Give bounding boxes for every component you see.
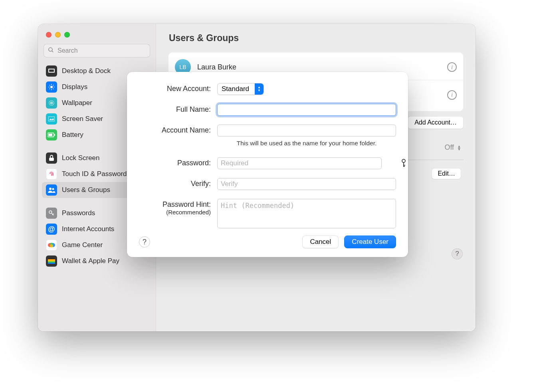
svg-rect-2 [48,69,55,73]
info-icon[interactable]: i [447,90,457,100]
at-icon: @ [46,224,57,235]
svg-rect-28 [48,259,55,260]
svg-point-22 [49,211,52,214]
full-name-label: Full Name: [139,104,211,114]
account-type-popup[interactable]: Standard ▲▼ [217,83,264,95]
help-icon[interactable]: ? [452,248,463,259]
displays-icon [46,81,57,93]
svg-rect-18 [48,134,52,136]
svg-point-32 [402,159,405,162]
svg-rect-30 [48,261,55,263]
svg-line-1 [52,51,53,52]
svg-line-10 [53,89,54,89]
help-icon[interactable]: ? [139,236,150,247]
battery-icon [46,129,57,141]
sidebar-item-label: Users & Groups [62,186,110,194]
svg-point-0 [49,48,52,51]
fingerprint-icon [46,168,57,180]
chevron-updown-icon: ▲▼ [457,145,461,150]
svg-rect-16 [48,133,54,137]
hint-sublabel: (Recommended) [139,209,211,216]
svg-point-25 [50,243,53,246]
svg-rect-15 [48,117,55,121]
sidebar-item-label: Desktop & Dock [62,67,111,75]
create-user-button[interactable]: Create User [344,236,396,248]
password-label: Password: [139,157,211,167]
wallpaper-icon [46,97,57,109]
auto-login-value: Off [444,143,454,152]
svg-rect-3 [49,69,54,72]
svg-rect-31 [48,263,55,264]
svg-point-26 [50,244,53,247]
svg-rect-17 [54,134,55,136]
sidebar-item-label: Touch ID & Password [62,170,127,178]
search-input[interactable] [44,44,150,57]
verify-label: Verify: [139,178,211,188]
svg-point-23 [48,243,52,247]
svg-line-12 [53,85,54,86]
sidebar-item-label: Passwords [62,209,95,217]
info-icon[interactable]: i [447,62,457,72]
search-icon [48,47,54,55]
cancel-button[interactable]: Cancel [302,236,339,248]
create-user-sheet: New Account: Standard ▲▼ Full Name: Acco… [127,72,408,257]
edit-button[interactable]: Edit… [432,168,461,179]
sidebar-item-label: Displays [62,83,87,91]
user-name: Laura Burke [197,63,236,71]
svg-point-20 [49,188,52,190]
page-title: Users & Groups [169,33,464,44]
sidebar-item-label: Internet Accounts [62,225,114,233]
sidebar-item-label: Wallet & Apple Pay [62,257,119,265]
key-icon[interactable] [400,158,410,169]
svg-point-14 [49,101,54,105]
sidebar-item-label: Battery [62,131,83,139]
svg-rect-19 [49,158,54,161]
full-name-input[interactable] [217,104,396,116]
game-center-icon [46,240,57,251]
account-name-input[interactable] [217,125,396,137]
chevron-updown-icon: ▲▼ [255,83,264,95]
window-controls [38,28,156,44]
sidebar-item-label: Screen Saver [62,115,103,123]
users-icon [46,184,57,196]
account-name-label: Account Name: [139,125,211,135]
maximize-window-button[interactable] [64,32,70,38]
svg-point-21 [52,188,54,190]
sidebar-item-label: Wallpaper [62,99,92,107]
svg-point-13 [51,102,53,104]
minimize-window-button[interactable] [55,32,61,38]
lock-icon [46,152,57,164]
screensaver-icon [46,113,57,125]
close-window-button[interactable] [46,32,52,38]
svg-line-11 [50,89,50,89]
svg-point-4 [50,86,53,88]
add-account-button[interactable]: Add Account… [408,116,464,129]
svg-line-9 [50,85,50,86]
wallet-icon [46,255,57,267]
svg-rect-29 [48,260,55,261]
sidebar-item-label: Lock Screen [62,154,100,162]
account-name-hint: This will be used as the name for your h… [217,140,396,147]
key-icon [46,208,57,219]
sidebar-item-label: Game Center [62,241,103,249]
account-type-value: Standard [222,85,249,93]
desktop-dock-icon [46,65,57,77]
svg-rect-27 [48,258,55,264]
hint-label: Password Hint: (Recommended) [139,199,211,216]
new-account-label: New Account: [139,83,211,93]
hint-input[interactable] [217,199,396,228]
verify-input[interactable] [217,178,396,190]
password-input[interactable] [217,157,382,169]
svg-point-24 [51,243,55,247]
